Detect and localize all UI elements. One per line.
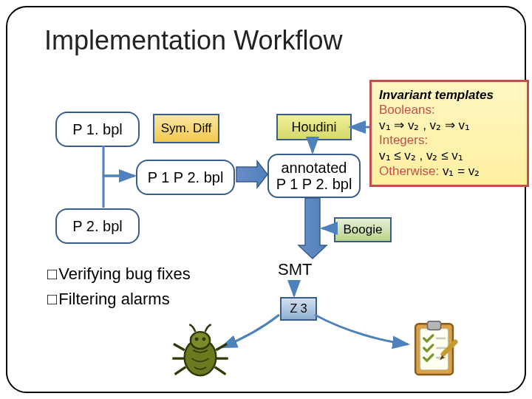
node-p2: P 2. bpl: [55, 208, 140, 244]
other-expr: v₁ = v₂: [443, 164, 480, 178]
svg-point-3: [202, 338, 205, 341]
invariant-templates-box: Invariant templates Booleans: v₁ ⇒ v₂ , …: [369, 80, 529, 187]
page-title: Implementation Workflow: [44, 25, 343, 56]
bullets: Verifying bug fixes Filtering alarms: [47, 262, 191, 312]
label: Boogie: [344, 222, 383, 237]
label-line1: annotated: [276, 160, 352, 176]
label: Sym. Diff: [161, 121, 212, 136]
bool-label: Booleans:: [379, 103, 435, 117]
svg-point-2: [195, 338, 199, 341]
node-annotated: annotated P 1 P 2. bpl: [267, 154, 361, 198]
node-smt: SMT: [278, 260, 312, 279]
other-label: Otherwise:: [379, 164, 439, 178]
int-expr: v₁ ≤ v₂ , v₂ ≤ v₁: [379, 148, 519, 163]
label: Z 3: [290, 302, 307, 316]
int-label: Integers:: [379, 133, 428, 147]
node-p1p2: P 1 P 2. bpl: [136, 160, 235, 195]
label: SMT: [278, 260, 312, 279]
node-z3: Z 3: [280, 297, 317, 321]
svg-point-1: [191, 332, 210, 349]
checklist-icon: [411, 318, 461, 378]
svg-rect-6: [428, 321, 441, 330]
label: Houdini: [291, 120, 336, 135]
node-symdiff: Sym. Diff: [153, 114, 219, 143]
templates-header: Invariant templates: [379, 88, 519, 103]
node-boogie: Boogie: [334, 217, 392, 242]
bug-icon: [168, 322, 232, 383]
node-houdini: Houdini: [276, 114, 352, 140]
bullet-2: Filtering alarms: [47, 287, 191, 312]
node-p1: P 1. bpl: [55, 112, 140, 147]
label-line2: P 1 P 2. bpl: [276, 176, 352, 192]
bool-expr: v₁ ⇒ v₂ , v₂ ⇒ v₁: [379, 117, 519, 133]
bullet-1: Verifying bug fixes: [47, 262, 191, 287]
label: P 1 P 2. bpl: [148, 169, 224, 186]
label: P 1. bpl: [72, 121, 122, 138]
label: P 2. bpl: [72, 218, 122, 235]
